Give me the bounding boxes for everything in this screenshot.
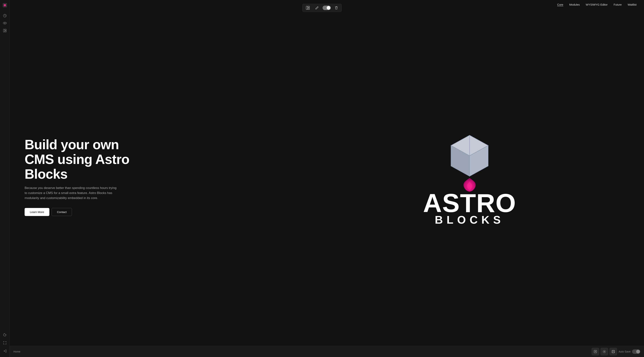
- flame-logo: [458, 177, 481, 192]
- hero-subtitle: Because you deserve better than spending…: [24, 185, 118, 201]
- dashboard-icon[interactable]: [1, 12, 8, 20]
- exit-icon[interactable]: [1, 347, 8, 355]
- svg-rect-9: [308, 6, 310, 8]
- moon-icon[interactable]: [1, 331, 8, 338]
- toggle-switch[interactable]: [322, 6, 331, 10]
- svg-point-13: [604, 351, 605, 352]
- app-logo[interactable]: [2, 2, 8, 8]
- bottom-bar: Home Auto Save: [10, 346, 644, 357]
- svg-rect-6: [5, 29, 6, 31]
- svg-rect-8: [306, 6, 308, 10]
- brand-text: ASTRO BLOCKS: [423, 190, 516, 225]
- hero-text-section: Build your own CMS using Astro Blocks Be…: [24, 137, 140, 216]
- layout-toolbar-btn[interactable]: [304, 5, 312, 11]
- autosave-toggle[interactable]: [632, 349, 640, 354]
- main-content: Build your own CMS using Astro Blocks Be…: [10, 0, 644, 357]
- brand-blocks: BLOCKS: [423, 214, 516, 225]
- svg-rect-7: [5, 31, 6, 32]
- edit-toolbar-btn[interactable]: [314, 5, 320, 11]
- brand-astro: ASTRO: [423, 190, 516, 216]
- nav-modules[interactable]: Modules: [569, 3, 580, 6]
- svg-rect-5: [3, 29, 5, 32]
- cube-illustration: [444, 132, 496, 181]
- save-button[interactable]: [610, 348, 617, 355]
- svg-rect-10: [308, 8, 310, 10]
- settings-button[interactable]: [600, 348, 608, 355]
- nav-wysiwyg[interactable]: WYSIWYG Editor: [586, 3, 608, 6]
- left-sidebar: [0, 0, 10, 357]
- hero-visual: ASTRO BLOCKS: [295, 132, 644, 225]
- delete-toolbar-btn[interactable]: [333, 5, 340, 11]
- upload-button[interactable]: [592, 348, 599, 355]
- contact-button[interactable]: Contact: [52, 208, 72, 216]
- autosave-label: Auto Save: [618, 350, 630, 353]
- top-nav: Core Modules WYSIWYG Editor Future Waitl…: [550, 0, 644, 9]
- nav-future[interactable]: Future: [614, 3, 622, 6]
- eye-icon[interactable]: [1, 20, 8, 27]
- svg-rect-16: [612, 352, 614, 353]
- nav-waitlist[interactable]: Waitlist: [628, 3, 636, 6]
- nav-core[interactable]: Core: [557, 3, 563, 6]
- layout-icon[interactable]: [1, 27, 8, 34]
- svg-rect-1: [4, 4, 6, 6]
- hero-title: Build your own CMS using Astro Blocks: [24, 137, 140, 182]
- floating-toolbar: [302, 4, 342, 12]
- svg-point-4: [4, 23, 5, 24]
- breadcrumb: Home: [14, 350, 590, 353]
- learn-more-button[interactable]: Learn More: [24, 208, 50, 216]
- hero-buttons: Learn More Contact: [24, 208, 140, 216]
- expand-icon[interactable]: [1, 339, 8, 346]
- bottom-actions: Auto Save: [592, 348, 640, 355]
